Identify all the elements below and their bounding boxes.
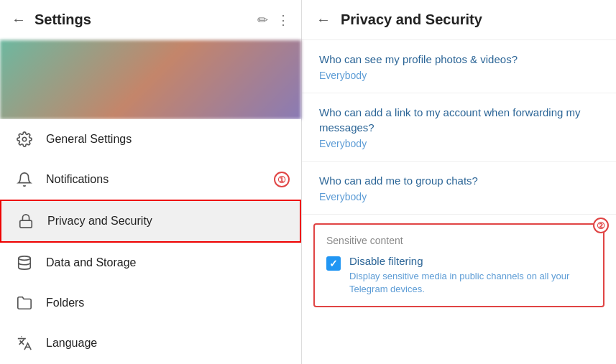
privacy-item-groups[interactable]: Who can add me to group chats? Everybody — [302, 162, 616, 215]
checkmark-icon: ✓ — [329, 258, 338, 269]
menu-list: General Settings Notifications ① Privacy… — [0, 119, 301, 364]
right-panel-title: Privacy and Security — [341, 11, 482, 28]
sidebar-item-folders[interactable]: Folders — [0, 283, 301, 323]
left-panel-title: Settings — [35, 11, 249, 28]
checkbox-wrapper[interactable]: ✓ — [326, 256, 341, 271]
disable-filtering-label: Disable filtering — [349, 255, 592, 267]
language-label: Language — [46, 337, 287, 350]
translate-icon — [14, 333, 35, 353]
right-panel: ← Privacy and Security Who can see my pr… — [302, 0, 616, 364]
privacy-security-label: Privacy and Security — [47, 215, 285, 228]
sidebar-item-language[interactable]: Language — [0, 323, 301, 363]
svg-rect-1 — [20, 220, 32, 228]
sidebar-item-data[interactable]: Data and Storage — [0, 243, 301, 283]
folder-icon — [14, 293, 35, 313]
left-header: ← Settings ✏ ⋮ — [0, 0, 301, 40]
more-icon[interactable]: ⋮ — [277, 12, 290, 28]
svg-point-2 — [19, 256, 31, 261]
sensitive-section-title: Sensitive content — [326, 235, 592, 246]
sensitive-item-disable-filtering[interactable]: ✓ Disable filtering Display sensitive me… — [326, 255, 592, 296]
profile-banner — [0, 40, 301, 119]
left-back-button[interactable]: ← — [12, 11, 26, 28]
disable-filtering-checkbox[interactable]: ✓ — [326, 256, 341, 271]
right-back-button[interactable]: ← — [316, 11, 331, 28]
notifications-label: Notifications — [46, 173, 287, 186]
gear-icon — [14, 129, 35, 149]
general-settings-label: General Settings — [46, 133, 287, 146]
sidebar-item-notifications[interactable]: Notifications ① — [0, 159, 301, 200]
lock-icon — [16, 211, 36, 231]
disable-filtering-description: Display sensitive media in public channe… — [349, 270, 592, 296]
privacy-answer-1: Everybody — [319, 70, 599, 81]
privacy-question-1: Who can see my profile photos & videos? — [319, 52, 599, 67]
right-header: ← Privacy and Security — [302, 0, 616, 40]
sidebar-item-privacy[interactable]: Privacy and Security — [0, 200, 301, 243]
privacy-item-forwarding[interactable]: Who can add a link to my account when fo… — [302, 93, 616, 162]
privacy-question-2: Who can add a link to my account when fo… — [319, 105, 599, 135]
left-panel: ← Settings ✏ ⋮ General Settings — [0, 0, 302, 364]
privacy-question-3: Who can add me to group chats? — [319, 173, 599, 188]
privacy-answer-3: Everybody — [319, 191, 599, 202]
notifications-badge: ① — [274, 172, 290, 187]
storage-icon — [14, 253, 35, 273]
edit-icon[interactable]: ✏ — [257, 12, 268, 28]
right-content: Who can see my profile photos & videos? … — [302, 40, 616, 364]
data-storage-label: Data and Storage — [46, 256, 287, 269]
privacy-answer-2: Everybody — [319, 138, 599, 149]
sensitive-item-text: Disable filtering Display sensitive medi… — [349, 255, 592, 296]
svg-point-0 — [22, 137, 27, 141]
sidebar-item-general[interactable]: General Settings — [0, 119, 301, 159]
sensitive-annotation-badge: ② — [593, 218, 609, 233]
folders-label: Folders — [46, 297, 287, 309]
privacy-item-photos[interactable]: Who can see my profile photos & videos? … — [302, 40, 616, 93]
bell-icon — [14, 169, 35, 190]
sensitive-content-section: Sensitive content ✓ Disable filtering Di… — [313, 223, 604, 307]
